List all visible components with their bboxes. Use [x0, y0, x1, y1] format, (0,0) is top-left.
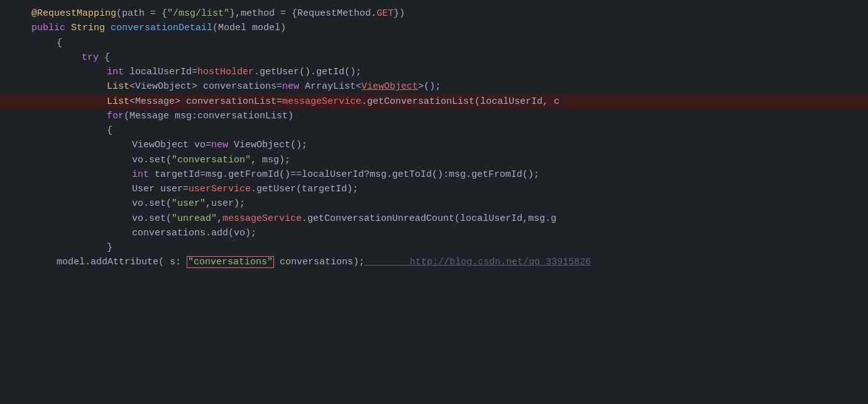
code-line: { — [0, 36, 868, 50]
code-line: for(Message msg:conversationList) — [0, 109, 868, 123]
line-content: vo.set("user",user); — [0, 196, 868, 211]
token: <ViewObject> conversations= — [129, 81, 282, 92]
token: vo.set( — [132, 198, 172, 209]
line-content: int localUserId=hostHolder.getUser().get… — [0, 65, 868, 79]
line-content: { — [0, 123, 868, 138]
line-content: { — [0, 36, 868, 50]
code-line: User user=userService.getUser(targetId); — [0, 182, 868, 196]
line-content: int targetId=msg.getFromId()==localUserI… — [0, 167, 868, 182]
code-line: vo.set("user",user); — [0, 196, 868, 211]
token: int — [107, 67, 124, 77]
token: , — [217, 213, 222, 224]
token: targetId=msg.getFromId()==localUserId?ms… — [149, 169, 539, 180]
code-line: @RequestMapping(path = {"/msg/list"},met… — [0, 6, 868, 21]
code-line: List<Message> conversationList=messageSe… — [0, 94, 868, 109]
code-line: } — [0, 240, 868, 255]
code-line: vo.set("unread",messageService.getConver… — [0, 211, 868, 226]
code-line: try { — [0, 50, 868, 65]
token: { — [107, 125, 113, 136]
token: }) — [393, 8, 405, 19]
token: @RequestMapping — [31, 8, 116, 19]
line-content: conversations.add(vo); — [0, 226, 868, 240]
line-content: vo.set("unread",messageService.getConver… — [0, 211, 868, 226]
token: <Message> conversationList= — [129, 96, 282, 107]
token: ViewObject(); — [228, 140, 307, 150]
token: List — [107, 81, 129, 92]
token: String — [65, 23, 111, 33]
code-line: { — [0, 123, 868, 138]
code-line: model.addAttribute( s: "conversations" c… — [0, 255, 868, 269]
token: vo.set( — [132, 155, 172, 166]
token: conversations.add(vo); — [132, 228, 256, 238]
token: { — [99, 52, 110, 63]
line-content: model.addAttribute( s: "conversations" c… — [0, 255, 868, 269]
token: } — [107, 242, 113, 253]
token: conversations); — [274, 257, 365, 267]
token: int — [132, 169, 149, 180]
token: localUserId= — [124, 67, 197, 77]
token: userService — [189, 184, 251, 194]
token: ViewObject vo= — [132, 140, 211, 150]
line-content: List<Message> conversationList=messageSe… — [0, 94, 868, 109]
line-content: vo.set("conversation", msg); — [0, 153, 868, 167]
token: User user= — [132, 184, 189, 194]
token: },method = {RequestMethod. — [229, 8, 376, 19]
token: GET — [376, 8, 393, 19]
token: ArrayList< — [299, 81, 361, 92]
token: .getUser(targetId); — [251, 184, 358, 194]
line-content: @RequestMapping(path = {"/msg/list"},met… — [0, 6, 868, 21]
token: http://blog.csdn.net/qq_33915826 — [365, 257, 591, 267]
code-line: List<ViewObject> conversations=new Array… — [0, 79, 868, 94]
code-line: public String conversationDetail(Model m… — [0, 21, 868, 35]
token: messageService — [282, 96, 361, 107]
token: for — [107, 111, 124, 121]
line-content: public String conversationDetail(Model m… — [0, 21, 868, 35]
token: .getUser().getId(); — [254, 67, 361, 77]
line-content: User user=userService.getUser(targetId); — [0, 182, 868, 196]
code-line: int localUserId=hostHolder.getUser().get… — [0, 65, 868, 79]
token: public — [31, 23, 65, 33]
token: .getConversationUnreadCount(localUserId,… — [302, 213, 556, 224]
token: , msg); — [251, 155, 290, 166]
token: List — [107, 96, 129, 107]
token: "conversations" — [187, 256, 274, 268]
token: (Message msg:conversationList) — [124, 111, 294, 121]
line-content: for(Message msg:conversationList) — [0, 109, 868, 123]
token: messageService — [222, 213, 302, 224]
token: new — [211, 140, 228, 150]
token: .getConversationList(localUserId, c — [361, 96, 559, 107]
code-line: conversations.add(vo); — [0, 226, 868, 240]
token: ViewObject — [361, 81, 418, 92]
token: >(); — [418, 81, 441, 92]
token: new — [282, 81, 299, 92]
token: "/msg/list" — [167, 8, 229, 19]
token: (Model model) — [212, 23, 286, 33]
token: (path = { — [116, 8, 167, 19]
code-editor: @RequestMapping(path = {"/msg/list"},met… — [0, 0, 868, 404]
token: ,user); — [206, 198, 245, 209]
token: conversationDetail — [111, 23, 212, 33]
token: vo.set( — [132, 213, 172, 224]
code-line: ViewObject vo=new ViewObject(); — [0, 138, 868, 152]
line-content: List<ViewObject> conversations=new Array… — [0, 79, 868, 94]
token: "conversation" — [172, 155, 251, 166]
code-line: int targetId=msg.getFromId()==localUserI… — [0, 167, 868, 182]
line-content: ViewObject vo=new ViewObject(); — [0, 138, 868, 152]
token: try — [82, 52, 99, 63]
token: hostHolder — [197, 67, 254, 77]
token: "user" — [172, 198, 206, 209]
token: model.addAttribute( s: — [57, 257, 187, 267]
code-line: vo.set("conversation", msg); — [0, 153, 868, 167]
line-content: try { — [0, 50, 868, 65]
line-content: } — [0, 240, 868, 255]
token: { — [57, 38, 62, 48]
token: "unread" — [172, 213, 217, 224]
